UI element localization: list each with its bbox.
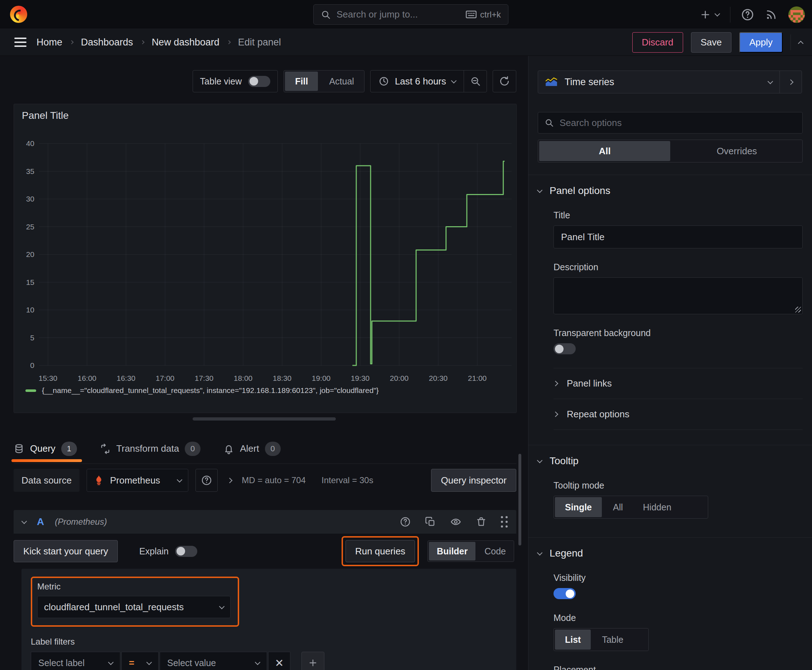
zoom-out-button[interactable] xyxy=(464,71,487,92)
scrollbar[interactable] xyxy=(519,454,521,545)
options-search[interactable]: Search options xyxy=(538,112,803,134)
alert-count-badge: 0 xyxy=(265,442,281,456)
fill-option[interactable]: Fill xyxy=(285,71,318,91)
query-inspector-button[interactable]: Query inspector xyxy=(431,469,516,492)
query-row-header[interactable]: A (Prometheus) xyxy=(14,510,516,534)
news-rss-icon[interactable] xyxy=(765,8,778,21)
query-ref-id: A xyxy=(37,516,44,528)
options-filter-tabs: All Overrides xyxy=(538,140,803,162)
bell-icon xyxy=(224,443,234,454)
shortcut-hint: ctrl+k xyxy=(466,10,501,20)
breadcrumb-edit-panel: Edit panel xyxy=(238,37,281,48)
menu-toggle-icon[interactable] xyxy=(14,37,27,47)
datasource-help-button[interactable] xyxy=(195,469,218,492)
tab-overrides[interactable]: Overrides xyxy=(671,140,802,162)
duplicate-icon[interactable] xyxy=(425,516,436,527)
chevron-down-icon xyxy=(177,477,183,482)
svg-text:0: 0 xyxy=(30,361,34,369)
tooltip-hidden-option[interactable]: Hidden xyxy=(633,496,681,518)
tab-alert[interactable]: Alert 0 xyxy=(224,434,280,464)
user-avatar[interactable] xyxy=(788,7,805,23)
global-search[interactable]: Search or jump to... ctrl+k xyxy=(313,4,509,25)
refresh-button[interactable] xyxy=(493,70,516,92)
database-icon xyxy=(14,443,24,454)
chevron-right-icon xyxy=(553,411,559,417)
add-menu-button[interactable] xyxy=(700,9,719,20)
help-icon[interactable] xyxy=(741,8,754,21)
legend-visibility-toggle[interactable] xyxy=(554,588,576,599)
svg-text:35: 35 xyxy=(26,167,34,175)
tab-all[interactable]: All xyxy=(539,141,670,161)
actual-option[interactable]: Actual xyxy=(319,71,364,92)
apply-button[interactable]: Apply xyxy=(739,32,783,52)
chevron-right-icon xyxy=(227,40,231,44)
explain-control: Explain xyxy=(139,546,197,557)
chevron-up-icon[interactable] xyxy=(798,41,804,46)
breadcrumb-home[interactable]: Home xyxy=(37,37,62,48)
table-view-toggle[interactable] xyxy=(248,76,270,87)
svg-text:18:00: 18:00 xyxy=(234,374,253,382)
chevron-down-icon xyxy=(219,604,225,609)
series-label[interactable]: {__name__="cloudflared_tunnel_total_requ… xyxy=(42,386,379,395)
query-count-badge: 1 xyxy=(61,442,77,456)
svg-text:19:00: 19:00 xyxy=(312,374,331,382)
builder-option[interactable]: Builder xyxy=(429,542,475,560)
breadcrumb-dashboards[interactable]: Dashboards xyxy=(81,37,133,48)
remove-filter-button[interactable]: ✕ xyxy=(268,652,290,670)
interval: Interval = 30s xyxy=(322,475,373,485)
datasource-picker[interactable]: Prometheus xyxy=(86,469,188,492)
chevron-down-icon xyxy=(537,187,543,193)
select-label-dropdown[interactable]: Select label xyxy=(31,652,120,670)
time-range-button[interactable]: Last 6 hours xyxy=(371,76,464,87)
description-input[interactable] xyxy=(554,277,803,314)
legend-table-option[interactable]: Table xyxy=(592,628,633,651)
tooltip-mode-segment: Single All Hidden xyxy=(554,496,708,519)
select-value-dropdown[interactable]: Select value xyxy=(160,652,267,670)
keyboard-icon xyxy=(466,10,476,19)
metric-select[interactable]: cloudflared_tunnel_total_requests xyxy=(37,596,231,618)
trash-icon[interactable] xyxy=(476,516,487,527)
viz-suggestions-button[interactable] xyxy=(780,71,802,93)
chevron-down-icon xyxy=(715,11,720,17)
legend-section[interactable]: Legend xyxy=(538,548,803,559)
timeseries-chart[interactable]: 051015202530354015:3016:0016:3017:0017:3… xyxy=(14,104,516,383)
explain-toggle[interactable] xyxy=(175,546,197,557)
tab-transform-data[interactable]: Transform data 0 xyxy=(100,434,200,464)
resize-grip-icon[interactable] xyxy=(795,307,801,313)
panel-resize-handle[interactable] xyxy=(193,417,336,421)
discard-button[interactable]: Discard xyxy=(632,32,683,52)
svg-text:20:00: 20:00 xyxy=(390,374,409,382)
tab-query[interactable]: Query 1 xyxy=(14,434,77,464)
add-filter-button[interactable] xyxy=(302,652,324,670)
transparent-bg-toggle[interactable] xyxy=(554,343,576,354)
panel-links-section[interactable]: Panel links xyxy=(554,368,803,399)
tooltip-single-option[interactable]: Single xyxy=(555,497,602,517)
label-filters-label: Label filters xyxy=(31,637,507,647)
kick-start-button[interactable]: Kick start your query xyxy=(14,540,118,562)
plus-icon xyxy=(308,658,318,668)
tooltip-mode-label: Tooltip mode xyxy=(554,481,803,491)
tooltip-section[interactable]: Tooltip xyxy=(538,455,803,467)
svg-text:18:30: 18:30 xyxy=(273,374,292,382)
repeat-options-section[interactable]: Repeat options xyxy=(554,399,803,430)
grafana-logo[interactable] xyxy=(10,6,27,23)
chart-legend[interactable]: {__name__="cloudflared_tunnel_total_requ… xyxy=(25,386,379,395)
code-option[interactable]: Code xyxy=(476,541,514,562)
run-queries-button[interactable]: Run queries xyxy=(346,540,415,562)
legend-list-option[interactable]: List xyxy=(555,629,591,650)
chevron-right-icon[interactable] xyxy=(227,477,233,483)
legend-mode-segment: List Table xyxy=(554,628,649,651)
query-stats: MD = auto = 704 Interval = 30s xyxy=(242,475,373,485)
breadcrumb-new-dashboard[interactable]: New dashboard xyxy=(152,37,219,48)
save-button[interactable]: Save xyxy=(691,32,731,52)
visualization-picker[interactable]: Time series xyxy=(538,71,802,93)
eye-icon[interactable] xyxy=(450,516,461,527)
panel-options-section[interactable]: Panel options xyxy=(538,185,803,196)
collapse-icon[interactable] xyxy=(22,518,27,524)
tooltip-all-option[interactable]: All xyxy=(603,496,633,518)
help-circle-icon[interactable] xyxy=(400,516,411,527)
svg-text:19:30: 19:30 xyxy=(351,374,370,382)
panel-title-input[interactable]: Panel Title xyxy=(554,225,803,249)
operator-dropdown[interactable]: = xyxy=(121,652,159,670)
drag-handle-icon[interactable] xyxy=(501,516,508,528)
